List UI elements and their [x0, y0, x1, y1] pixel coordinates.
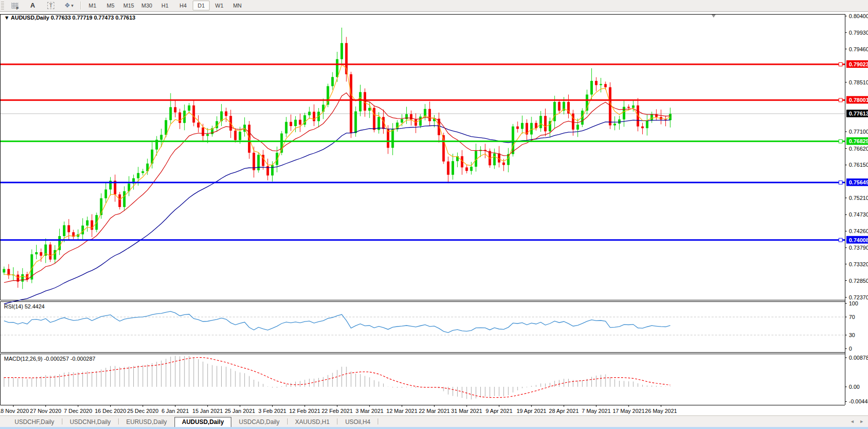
timeframe-m5-button[interactable]: M5 — [102, 1, 119, 11]
toolbar-drag-handle[interactable] — [1, 2, 4, 10]
svg-text:0.77613: 0.77613 — [849, 111, 868, 117]
svg-text:25 Jan 2021: 25 Jan 2021 — [225, 408, 255, 414]
svg-text:16 Dec 2020: 16 Dec 2020 — [95, 408, 126, 414]
text-select-button[interactable]: T — [42, 1, 59, 11]
svg-text:7 May 2021: 7 May 2021 — [582, 408, 611, 414]
svg-text:26 May 2021: 26 May 2021 — [645, 408, 677, 414]
svg-text:0.73320: 0.73320 — [849, 261, 868, 267]
svg-text:0.76620: 0.76620 — [849, 146, 868, 152]
timeframe-h1-button[interactable]: H1 — [156, 1, 173, 11]
svg-text:19 Apr 2021: 19 Apr 2021 — [516, 408, 546, 414]
svg-text:0.74008: 0.74008 — [849, 237, 868, 243]
horizontal-levels-layer[interactable] — [1, 63, 845, 242]
chart-shift-marker-icon — [712, 15, 716, 18]
tab-usdchf-daily[interactable]: USDCHF,Daily — [7, 417, 62, 427]
timeframe-m30-button[interactable]: M30 — [138, 1, 155, 11]
svg-text:12 Feb 2021: 12 Feb 2021 — [289, 408, 320, 414]
tab-usdcnh-daily[interactable]: USDCNH,Daily — [62, 417, 118, 427]
svg-text:9 Apr 2021: 9 Apr 2021 — [486, 408, 512, 414]
svg-text:0: 0 — [849, 346, 852, 352]
top-toolbar: F A T ❖ ▾ M1 M5 M15 M30 H1 H4 D1 W1 MN — [0, 0, 868, 12]
price-axis: 0.804000.799300.794600.785100.771000.766… — [845, 13, 868, 300]
svg-text:0.73790: 0.73790 — [849, 245, 868, 251]
svg-text:0.72850: 0.72850 — [849, 278, 868, 284]
svg-text:27 Nov 2020: 27 Nov 2020 — [30, 408, 61, 414]
candles-layer — [3, 28, 672, 289]
svg-text:12 Mar 2021: 12 Mar 2021 — [386, 408, 417, 414]
svg-text:22 Mar 2021: 22 Mar 2021 — [419, 408, 450, 414]
window-bottom-strip — [0, 427, 868, 429]
svg-text:0.74260: 0.74260 — [849, 228, 868, 234]
timeframe-m15-button[interactable]: M15 — [120, 1, 137, 11]
level-handle[interactable] — [839, 98, 842, 102]
svg-text:0.72370: 0.72370 — [849, 294, 868, 300]
svg-text:0.79023: 0.79023 — [849, 61, 868, 67]
objects-button[interactable]: ❖ ▾ — [60, 1, 77, 11]
tab-eurusd-daily[interactable]: EURUSD,Daily — [119, 417, 175, 427]
svg-text:3 Mar 2021: 3 Mar 2021 — [356, 408, 384, 414]
tab-xauusd-h1[interactable]: XAUUSD,H1 — [288, 417, 337, 427]
chart-canvas[interactable]: 0.804000.799300.794600.785100.771000.766… — [0, 12, 868, 415]
svg-text:0.78510: 0.78510 — [849, 79, 868, 85]
svg-text:0.77100: 0.77100 — [849, 129, 868, 135]
panel-borders — [1, 14, 845, 405]
svg-text:7 Dec 2020: 7 Dec 2020 — [64, 408, 92, 414]
svg-text:0.74730: 0.74730 — [849, 211, 868, 218]
svg-text:3 Feb 2021: 3 Feb 2021 — [258, 408, 287, 414]
level-handle[interactable] — [839, 140, 842, 143]
macd-header: MACD(12,26,9) -0.000257 -0.000287 — [4, 356, 96, 362]
objects-icon: ❖ — [64, 2, 70, 9]
svg-text:0.80400: 0.80400 — [849, 13, 868, 19]
market-watch-grid-icon: F — [12, 3, 18, 9]
svg-text:28 Apr 2021: 28 Apr 2021 — [549, 408, 579, 414]
svg-text:0.79460: 0.79460 — [849, 46, 868, 52]
market-watch-button[interactable]: F — [6, 1, 23, 11]
rsi-header: RSI(14) 52.4424 — [4, 303, 45, 309]
tab-divider — [378, 418, 378, 424]
svg-text:31 Mar 2021: 31 Mar 2021 — [451, 408, 482, 414]
svg-text:0.008782: 0.008782 — [849, 355, 868, 361]
svg-text:0.78001: 0.78001 — [849, 97, 868, 103]
svg-text:0.76825: 0.76825 — [849, 138, 868, 144]
tab-scroll-right-button[interactable]: ► — [859, 419, 864, 424]
text-annotation-icon: A — [30, 2, 35, 9]
svg-text:0.79930: 0.79930 — [849, 30, 868, 36]
svg-text:15 Jan 2021: 15 Jan 2021 — [193, 408, 223, 414]
timeframe-mn-button[interactable]: MN — [229, 1, 246, 11]
svg-text:6 Jan 2021: 6 Jan 2021 — [161, 408, 189, 414]
svg-text:22 Feb 2021: 22 Feb 2021 — [322, 408, 353, 414]
tab-usoil-h4[interactable]: USOil,H4 — [337, 417, 378, 427]
toolbar-separator — [80, 2, 81, 10]
tab-audusd-daily[interactable]: AUDUSD,Daily — [175, 417, 231, 427]
timeframe-w1-button[interactable]: W1 — [211, 1, 228, 11]
tab-usdcad-daily[interactable]: USDCAD,Daily — [231, 417, 287, 427]
svg-text:0.76150: 0.76150 — [849, 162, 868, 168]
svg-text:70: 70 — [849, 314, 855, 320]
dropdown-caret-icon: ▾ — [71, 3, 74, 8]
symbol-ohlc-header: ▼ AUDUSD,Daily 0.77633 0.77719 0.77473 0… — [4, 15, 135, 21]
timeframe-h4-button[interactable]: H4 — [175, 1, 192, 11]
svg-text:25 Dec 2020: 25 Dec 2020 — [127, 408, 158, 414]
timeframe-d1-button[interactable]: D1 — [193, 1, 210, 11]
chart-tab-bar: USDCHF,Daily USDCNH,Daily EURUSD,Daily A… — [0, 415, 868, 427]
indicator-panes: 100703000.0087820.00-0.00445118 Nov 2020… — [0, 300, 868, 414]
svg-text:18 Nov 2020: 18 Nov 2020 — [0, 408, 29, 414]
svg-text:0.75649: 0.75649 — [849, 179, 868, 185]
svg-text:100: 100 — [849, 300, 858, 306]
svg-text:17 May 2021: 17 May 2021 — [613, 408, 645, 414]
level-handle[interactable] — [839, 181, 842, 184]
timeframe-m1-button[interactable]: M1 — [84, 1, 101, 11]
svg-text:0.75210: 0.75210 — [849, 195, 868, 201]
text-select-icon: T — [47, 2, 55, 9]
svg-text:-0.004451: -0.004451 — [849, 398, 868, 404]
svg-text:0.00: 0.00 — [849, 384, 859, 390]
text-annotation-button[interactable]: A — [24, 1, 41, 11]
level-handle[interactable] — [839, 63, 842, 66]
svg-text:30: 30 — [849, 332, 855, 338]
level-handle[interactable] — [839, 238, 842, 242]
tab-scroll-left-button[interactable]: ◄ — [850, 419, 854, 424]
